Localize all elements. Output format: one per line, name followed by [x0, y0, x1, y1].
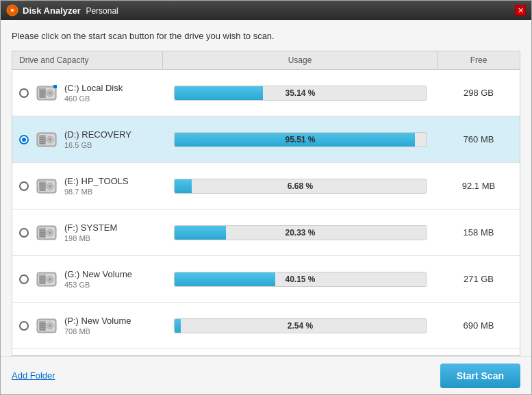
drive-label: (D:) RECOVERY	[64, 129, 131, 140]
drive-info: (E:) HP_TOOLS 98.7 MB	[64, 176, 129, 196]
svg-rect-48	[40, 279, 45, 280]
drive-capacity: 198 MB	[64, 234, 117, 242]
drive-capacity: 98.7 MB	[64, 188, 129, 196]
drive-label: (G:) New Volume	[64, 269, 132, 279]
progress-bar-fill	[175, 86, 263, 100]
svg-point-18	[49, 138, 51, 141]
drive-capacity: 453 GB	[64, 281, 132, 289]
progress-bar: 35.14 %	[174, 86, 427, 101]
drive-info: (C:) Local Disk 460 GB	[64, 83, 123, 103]
svg-rect-39	[40, 232, 45, 233]
free-cell: 690 MB	[438, 315, 520, 336]
drive-radio[interactable]	[19, 228, 29, 238]
app-logo	[6, 4, 18, 16]
progress-bar: 40.15 %	[174, 272, 427, 287]
progress-bar: 6.68 %	[174, 179, 427, 194]
svg-rect-10	[40, 92, 45, 94]
drive-cell: (P:) New Volume 708 MB	[12, 308, 163, 344]
progress-bar-fill	[175, 319, 181, 333]
progress-bar-fill	[175, 272, 275, 286]
drive-capacity: 16.5 GB	[64, 141, 131, 149]
drive-capacity: 708 MB	[64, 327, 131, 335]
main-window: Disk Analyzer Personal ✕ Please click on…	[0, 0, 532, 395]
svg-rect-56	[40, 327, 45, 329]
usage-cell: 2.54 %	[163, 318, 438, 333]
drive-table: Drive and Capacity Usage Free (C:) Local…	[12, 51, 520, 356]
table-row[interactable]: (C:) Local Disk 460 GB 35.14 % 298 GB	[12, 70, 520, 116]
svg-rect-22	[40, 137, 45, 138]
title-bar: Disk Analyzer Personal ✕	[1, 1, 531, 20]
usage-cell: 35.14 %	[163, 86, 438, 101]
svg-rect-9	[40, 94, 45, 96]
svg-rect-49	[40, 277, 45, 278]
start-scan-button[interactable]: Start Scan	[440, 364, 520, 388]
drive-cell: (D:) RECOVERY 16.5 GB	[12, 122, 163, 157]
table-row[interactable]: (P:) New Volume 708 MB 2.54 % 690 MB	[12, 303, 520, 349]
main-content: Please click on the start scan button fo…	[1, 20, 531, 356]
drive-cell: (F:) SYSTEM 198 MB	[12, 215, 163, 251]
svg-rect-11	[40, 90, 45, 92]
drive-cell: (E:) HP_TOOLS 98.7 MB	[12, 168, 163, 204]
header-free: Free	[438, 51, 520, 69]
hdd-icon	[34, 174, 59, 199]
add-folder-link[interactable]: Add Folder	[12, 370, 55, 381]
free-cell: 760 MB	[438, 129, 520, 150]
usage-cell: 6.68 %	[163, 179, 438, 194]
svg-rect-57	[40, 325, 45, 327]
close-button[interactable]: ✕	[515, 5, 526, 16]
drive-info: (D:) RECOVERY 16.5 GB	[64, 129, 131, 149]
svg-rect-29	[40, 188, 45, 189]
progress-bar: 95.51 %	[174, 132, 427, 147]
svg-rect-47	[40, 281, 45, 282]
table-row[interactable]: (F:) SYSTEM 198 MB 20.33 % 158 MB	[12, 209, 520, 256]
table-header: Drive and Capacity Usage Free	[12, 51, 520, 70]
svg-rect-12	[53, 85, 57, 88]
svg-rect-40	[40, 230, 45, 231]
drive-info: (P:) New Volume 708 MB	[64, 316, 131, 335]
svg-point-7	[49, 92, 51, 94]
drive-info: (F:) SYSTEM 198 MB	[64, 222, 117, 242]
hdd-icon	[34, 220, 59, 245]
usage-label: 95.51 %	[285, 135, 315, 144]
drive-cell: (G:) New Volume 453 GB	[12, 262, 163, 297]
drive-label: (F:) SYSTEM	[64, 222, 117, 233]
svg-rect-21	[40, 139, 45, 140]
drive-radio[interactable]	[19, 275, 29, 284]
svg-rect-28	[40, 190, 45, 191]
progress-bar-fill	[175, 179, 192, 193]
svg-rect-31	[40, 183, 45, 185]
footer: Add Folder Start Scan	[1, 356, 531, 394]
usage-cell: 95.51 %	[163, 132, 438, 147]
free-cell: 158 MB	[438, 222, 520, 243]
drive-info: (G:) New Volume 453 GB	[64, 269, 132, 289]
usage-label: 6.68 %	[288, 181, 313, 191]
svg-point-27	[49, 185, 51, 188]
table-row[interactable]: (G:) New Volume 453 GB 40.15 % 271 GB	[12, 256, 520, 303]
svg-point-45	[49, 278, 51, 281]
svg-rect-38	[40, 234, 45, 235]
usage-cell: 20.33 %	[163, 225, 438, 240]
table-row[interactable]: (D:) RECOVERY 16.5 GB 95.51 % 760 MB	[12, 116, 520, 163]
usage-label: 35.14 %	[285, 88, 315, 98]
header-usage: Usage	[163, 51, 438, 69]
free-cell: 92.1 MB	[438, 175, 520, 196]
header-drive: Drive and Capacity	[12, 51, 163, 69]
hdd-icon	[34, 127, 59, 152]
drive-radio[interactable]	[19, 88, 29, 98]
drive-radio[interactable]	[19, 181, 29, 191]
drive-radio[interactable]	[19, 135, 29, 144]
drive-radio[interactable]	[19, 321, 29, 331]
usage-label: 40.15 %	[285, 275, 315, 284]
hdd-icon	[34, 314, 59, 338]
instruction-text: Please click on the start scan button fo…	[12, 31, 520, 41]
svg-rect-37	[40, 236, 45, 238]
svg-rect-20	[40, 141, 45, 142]
usage-label: 2.54 %	[288, 321, 313, 331]
table-body: (C:) Local Disk 460 GB 35.14 % 298 GB (D…	[12, 70, 520, 349]
table-row[interactable]: (E:) HP_TOOLS 98.7 MB 6.68 % 92.1 MB	[12, 163, 520, 209]
drive-label: (E:) HP_TOOLS	[64, 176, 129, 186]
drive-cell: (C:) Local Disk 460 GB	[12, 75, 163, 111]
hdd-icon	[34, 267, 59, 292]
progress-bar: 2.54 %	[174, 318, 427, 333]
svg-point-54	[49, 324, 51, 327]
